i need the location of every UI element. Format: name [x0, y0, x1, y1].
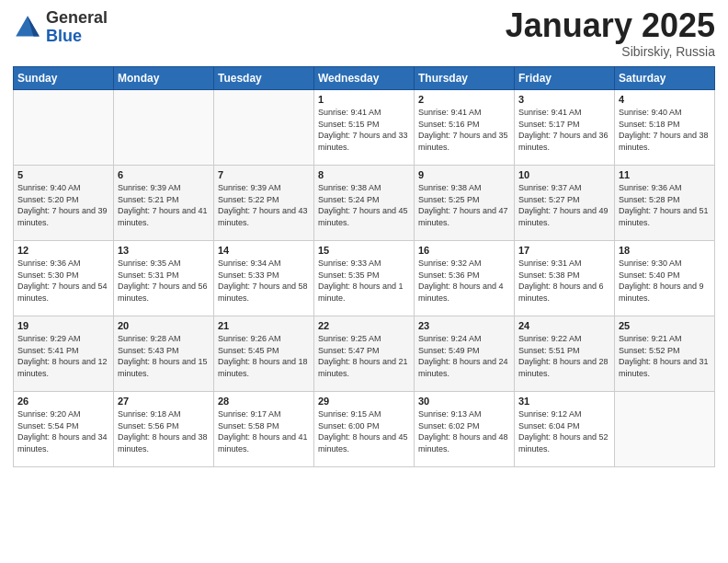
day-info: Sunrise: 9:25 AMSunset: 5:47 PMDaylight:… [318, 334, 408, 378]
calendar-cell: 21 Sunrise: 9:26 AMSunset: 5:45 PMDaylig… [214, 316, 314, 392]
calendar-cell: 24 Sunrise: 9:22 AMSunset: 5:51 PMDaylig… [515, 316, 615, 392]
calendar-cell: 14 Sunrise: 9:34 AMSunset: 5:33 PMDaylig… [214, 241, 314, 316]
col-tuesday: Tuesday [214, 67, 314, 90]
day-number: 15 [318, 245, 410, 256]
day-number: 30 [418, 396, 510, 407]
day-info: Sunrise: 9:21 AMSunset: 5:52 PMDaylight:… [619, 334, 709, 378]
day-info: Sunrise: 9:18 AMSunset: 5:56 PMDaylight:… [118, 409, 208, 454]
day-number: 23 [418, 320, 510, 331]
day-info: Sunrise: 9:38 AMSunset: 5:24 PMDaylight:… [318, 183, 408, 227]
calendar: Sunday Monday Tuesday Wednesday Thursday… [13, 66, 715, 467]
calendar-cell: 25 Sunrise: 9:21 AMSunset: 5:52 PMDaylig… [615, 316, 715, 392]
day-info: Sunrise: 9:36 AMSunset: 5:30 PMDaylight:… [17, 259, 108, 303]
calendar-week-2: 5 Sunrise: 9:40 AMSunset: 5:20 PMDayligh… [14, 166, 715, 241]
day-number: 21 [218, 320, 310, 331]
calendar-cell: 31 Sunrise: 9:12 AMSunset: 6:04 PMDaylig… [515, 392, 615, 467]
day-number: 6 [118, 169, 210, 180]
day-number: 17 [518, 245, 610, 256]
logo-blue: Blue [46, 27, 82, 45]
calendar-cell: 4 Sunrise: 9:40 AMSunset: 5:18 PMDayligh… [615, 90, 715, 166]
calendar-cell [14, 90, 114, 166]
day-number: 3 [518, 94, 610, 105]
day-info: Sunrise: 9:20 AMSunset: 5:54 PMDaylight:… [17, 409, 108, 454]
day-number: 31 [518, 396, 610, 407]
page: General Blue January 2025 Sibirskiy, Rus… [0, 0, 728, 563]
day-info: Sunrise: 9:12 AMSunset: 6:04 PMDaylight:… [518, 409, 609, 454]
day-number: 22 [318, 320, 410, 331]
calendar-cell [114, 90, 214, 166]
day-number: 26 [17, 396, 109, 407]
day-info: Sunrise: 9:29 AMSunset: 5:41 PMDaylight:… [17, 334, 108, 378]
day-number: 24 [518, 320, 610, 331]
calendar-week-4: 19 Sunrise: 9:29 AMSunset: 5:41 PMDaylig… [14, 316, 715, 392]
calendar-cell: 1 Sunrise: 9:41 AMSunset: 5:15 PMDayligh… [314, 90, 415, 166]
day-info: Sunrise: 9:41 AMSunset: 5:17 PMDaylight:… [518, 108, 609, 152]
day-number: 14 [218, 245, 310, 256]
calendar-cell: 26 Sunrise: 9:20 AMSunset: 5:54 PMDaylig… [14, 392, 114, 467]
day-info: Sunrise: 9:28 AMSunset: 5:43 PMDaylight:… [118, 334, 208, 378]
calendar-week-5: 26 Sunrise: 9:20 AMSunset: 5:54 PMDaylig… [14, 392, 715, 467]
logo-text: General Blue [46, 9, 108, 46]
calendar-cell: 12 Sunrise: 9:36 AMSunset: 5:30 PMDaylig… [14, 241, 114, 316]
day-number: 28 [218, 396, 310, 407]
calendar-cell: 11 Sunrise: 9:36 AMSunset: 5:28 PMDaylig… [615, 166, 715, 241]
calendar-cell: 23 Sunrise: 9:24 AMSunset: 5:49 PMDaylig… [415, 316, 515, 392]
day-info: Sunrise: 9:15 AMSunset: 6:00 PMDaylight:… [318, 409, 408, 454]
day-info: Sunrise: 9:13 AMSunset: 6:02 PMDaylight:… [418, 409, 508, 454]
day-info: Sunrise: 9:40 AMSunset: 5:20 PMDaylight:… [17, 183, 108, 227]
calendar-cell: 18 Sunrise: 9:30 AMSunset: 5:40 PMDaylig… [615, 241, 715, 316]
col-wednesday: Wednesday [314, 67, 415, 90]
calendar-week-1: 1 Sunrise: 9:41 AMSunset: 5:15 PMDayligh… [14, 90, 715, 166]
day-number: 12 [17, 245, 109, 256]
day-number: 7 [218, 169, 310, 180]
day-number: 19 [17, 320, 109, 331]
day-info: Sunrise: 9:34 AMSunset: 5:33 PMDaylight:… [218, 259, 308, 303]
calendar-cell: 5 Sunrise: 9:40 AMSunset: 5:20 PMDayligh… [14, 166, 114, 241]
title-block: January 2025 Sibirskiy, Russia [506, 9, 715, 59]
logo-general: General [46, 8, 108, 27]
day-number: 16 [418, 245, 510, 256]
day-info: Sunrise: 9:41 AMSunset: 5:15 PMDaylight:… [318, 108, 408, 152]
day-info: Sunrise: 9:36 AMSunset: 5:28 PMDaylight:… [619, 183, 709, 227]
calendar-cell: 13 Sunrise: 9:35 AMSunset: 5:31 PMDaylig… [114, 241, 214, 316]
calendar-cell: 3 Sunrise: 9:41 AMSunset: 5:17 PMDayligh… [515, 90, 615, 166]
day-number: 29 [318, 396, 410, 407]
day-number: 8 [318, 169, 410, 180]
calendar-cell: 16 Sunrise: 9:32 AMSunset: 5:36 PMDaylig… [415, 241, 515, 316]
col-friday: Friday [515, 67, 615, 90]
day-info: Sunrise: 9:26 AMSunset: 5:45 PMDaylight:… [218, 334, 308, 378]
day-number: 27 [118, 396, 210, 407]
day-info: Sunrise: 9:39 AMSunset: 5:21 PMDaylight:… [118, 183, 208, 227]
day-number: 10 [518, 169, 610, 180]
logo: General Blue [13, 9, 108, 46]
calendar-cell: 29 Sunrise: 9:15 AMSunset: 6:00 PMDaylig… [314, 392, 415, 467]
day-number: 20 [118, 320, 210, 331]
calendar-cell: 27 Sunrise: 9:18 AMSunset: 5:56 PMDaylig… [114, 392, 214, 467]
calendar-cell: 9 Sunrise: 9:38 AMSunset: 5:25 PMDayligh… [415, 166, 515, 241]
calendar-body: 1 Sunrise: 9:41 AMSunset: 5:15 PMDayligh… [14, 90, 715, 467]
calendar-header: Sunday Monday Tuesday Wednesday Thursday… [14, 67, 715, 90]
calendar-cell: 22 Sunrise: 9:25 AMSunset: 5:47 PMDaylig… [314, 316, 415, 392]
calendar-week-3: 12 Sunrise: 9:36 AMSunset: 5:30 PMDaylig… [14, 241, 715, 316]
calendar-cell: 2 Sunrise: 9:41 AMSunset: 5:16 PMDayligh… [415, 90, 515, 166]
day-info: Sunrise: 9:24 AMSunset: 5:49 PMDaylight:… [418, 334, 508, 378]
header: General Blue January 2025 Sibirskiy, Rus… [13, 9, 715, 59]
calendar-cell [214, 90, 314, 166]
day-number: 9 [418, 169, 510, 180]
day-number: 2 [418, 94, 510, 105]
day-number: 11 [619, 169, 711, 180]
col-sunday: Sunday [14, 67, 114, 90]
day-info: Sunrise: 9:35 AMSunset: 5:31 PMDaylight:… [118, 259, 208, 303]
logo-icon [13, 13, 42, 42]
day-info: Sunrise: 9:39 AMSunset: 5:22 PMDaylight:… [218, 183, 308, 227]
day-info: Sunrise: 9:33 AMSunset: 5:35 PMDaylight:… [318, 259, 404, 303]
location-subtitle: Sibirskiy, Russia [506, 44, 715, 59]
day-info: Sunrise: 9:41 AMSunset: 5:16 PMDaylight:… [418, 108, 508, 152]
calendar-cell: 7 Sunrise: 9:39 AMSunset: 5:22 PMDayligh… [214, 166, 314, 241]
day-number: 25 [619, 320, 711, 331]
day-info: Sunrise: 9:31 AMSunset: 5:38 PMDaylight:… [518, 259, 604, 303]
day-info: Sunrise: 9:17 AMSunset: 5:58 PMDaylight:… [218, 409, 308, 454]
day-info: Sunrise: 9:37 AMSunset: 5:27 PMDaylight:… [518, 183, 609, 227]
calendar-cell: 20 Sunrise: 9:28 AMSunset: 5:43 PMDaylig… [114, 316, 214, 392]
weekday-row: Sunday Monday Tuesday Wednesday Thursday… [14, 67, 715, 90]
